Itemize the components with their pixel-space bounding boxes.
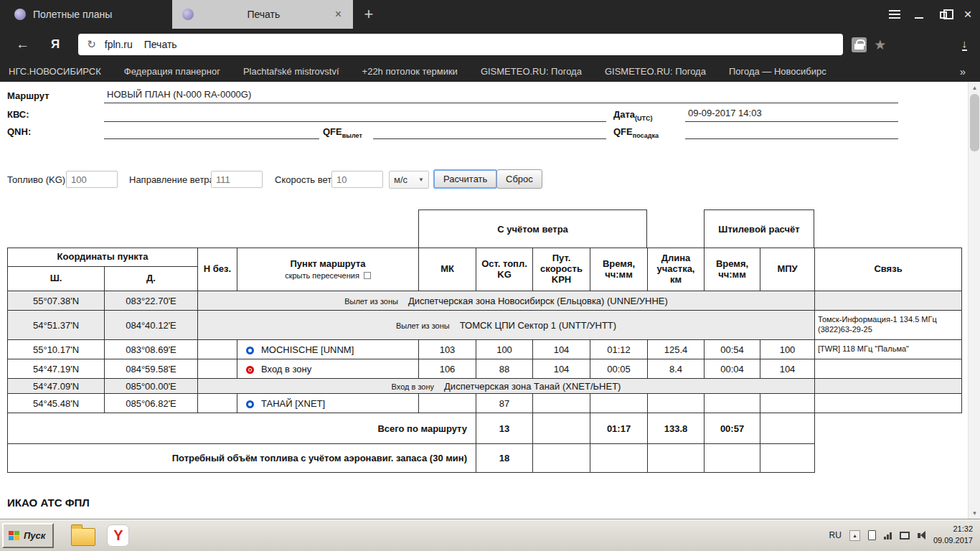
calculate-button[interactable]: Расчитать — [433, 169, 497, 189]
comm-cell: [TWR] 118 МГц "Пальма" — [815, 340, 962, 359]
language-indicator[interactable]: RU — [829, 530, 842, 540]
refresh-icon[interactable]: ↻ — [87, 38, 96, 51]
waypoint-radio-selected-icon[interactable] — [246, 366, 254, 374]
close-window-button[interactable]: × — [956, 0, 980, 29]
col-header-lat: Ш. — [8, 267, 105, 291]
download-icon[interactable]: ↓ — [962, 38, 968, 51]
tab-title: Печать — [201, 9, 326, 20]
lon-cell: 085°06.82'E — [105, 394, 198, 413]
route-table-wrap: С учётом ветра Штилевой расчёт Координат… — [7, 209, 961, 473]
bookmarks-bar: НГС.НОВОСИБИРСК Федерация планерног Plac… — [0, 60, 980, 82]
lon-cell: 084°40.12'E — [105, 311, 198, 340]
route-field[interactable]: НОВЫЙ ПЛАН (N-000 RA-0000G) — [104, 89, 898, 103]
folder-icon[interactable] — [71, 528, 95, 546]
bookmark-item[interactable]: +22h потолок термики — [362, 66, 458, 77]
col-header-fuel: Ост. топл. KG — [476, 248, 533, 291]
wind-unit-select[interactable]: м/с ▼ — [389, 171, 429, 189]
tab-favicon-icon — [14, 9, 26, 20]
minimize-icon — [915, 17, 923, 19]
zone-row: 55°07.38'N 083°22.70'E Вылет из зоныДисп… — [8, 291, 962, 311]
waypoint-cell: Вход в зону — [237, 359, 419, 379]
col-header-comm: Связь — [815, 248, 962, 291]
hide-crossings-checkbox[interactable] — [364, 272, 371, 279]
total-label-cell: Всего по маршруту — [8, 413, 476, 444]
waypoint-radio-icon[interactable] — [246, 347, 254, 354]
tab-close-icon[interactable]: × — [334, 8, 343, 21]
back-button[interactable]: ← — [16, 37, 29, 52]
fuel-cell: 100 — [476, 340, 533, 359]
pic-label: КВС: — [7, 109, 29, 120]
date-field[interactable]: 09-09-2017 14:03 — [685, 108, 898, 122]
total-row: Всего по маршруту 13 01:17 133.8 00:57 — [8, 413, 962, 444]
bookmark-item[interactable]: GISMETEO.RU: Погода — [481, 66, 582, 77]
lat-cell: 54°45.48'N — [8, 394, 105, 413]
vertical-scrollbar[interactable]: ▲ ▼ — [968, 82, 980, 519]
col-header-time-wind: Время, чч:мм — [590, 248, 648, 291]
qnh-label: QNH: — [7, 126, 31, 137]
lon-cell: 084°59.58'E — [105, 359, 198, 379]
fuel-input[interactable] — [66, 171, 118, 188]
mk-cell: 103 — [419, 340, 476, 359]
taskbar-clock[interactable]: 21:32 09.09.2017 — [933, 524, 973, 547]
lat-cell: 54°47.19'N — [8, 359, 105, 379]
tray-expand-icon[interactable]: ▴ — [849, 530, 860, 541]
bookmark-item[interactable]: GISMETEO.RU: Погода — [605, 66, 706, 77]
mpu-cell: 104 — [760, 359, 815, 379]
qfe-departure-field[interactable] — [373, 125, 606, 139]
window-controls: × — [882, 0, 980, 29]
wind-speed-input[interactable] — [331, 171, 383, 188]
clipboard-tray-icon[interactable] — [868, 530, 876, 540]
start-button[interactable]: Пуск — [2, 523, 54, 548]
bookmark-star-icon[interactable]: ★ — [874, 37, 886, 53]
reset-button[interactable]: Сброс — [496, 169, 542, 189]
system-tray: RU ▴ 21:32 09.09.2017 — [829, 524, 980, 547]
pic-field[interactable] — [104, 108, 606, 122]
url-field[interactable]: ↻ fpln.ru Печать — [78, 34, 843, 55]
mpu-cell — [760, 394, 815, 413]
col-header-height: Н без. — [198, 248, 237, 291]
tab-flight-plans[interactable]: Полетные планы — [0, 0, 172, 29]
time-cell — [590, 394, 648, 413]
qfe-arrival-field[interactable] — [685, 125, 898, 139]
restore-button[interactable] — [931, 0, 956, 29]
lock-icon[interactable] — [852, 37, 867, 52]
col-header-leg-length: Длина участка, км — [648, 248, 705, 291]
zone-cell: Вылет из зоныТОМСК ЦПИ Сектор 1 (UNTT/УН… — [198, 311, 815, 340]
new-tab-button[interactable]: + — [353, 0, 385, 29]
scroll-up-icon[interactable]: ▲ — [969, 82, 980, 93]
wind-unit-value: м/с — [394, 174, 407, 185]
qnh-field[interactable] — [104, 125, 319, 139]
browser-menu-button[interactable] — [882, 0, 907, 29]
bookmarks-overflow-button[interactable]: » — [960, 65, 971, 77]
waypoint-cell: ТАНАЙ [XNET] — [237, 394, 419, 413]
required-fuel-cell: 18 — [476, 444, 533, 473]
yandex-button[interactable]: Я — [51, 37, 60, 52]
url-domain: fpln.ru — [105, 39, 133, 50]
bookmark-item[interactable]: Plachtařské mistrovství — [243, 66, 339, 77]
lon-cell: 083°08.69'E — [105, 340, 198, 359]
bookmark-item[interactable]: Погода — Новосибирс — [729, 66, 826, 77]
bookmark-item[interactable]: НГС.НОВОСИБИРСК — [9, 66, 101, 77]
speaker-icon[interactable] — [918, 531, 925, 540]
network-tray-icon[interactable] — [900, 532, 910, 540]
waypoint-row: 55°10.17'N 083°08.69'E MOCHISCHE [UNNM] … — [8, 340, 962, 359]
qfe-arrival-label: QFEпосадка — [613, 126, 659, 139]
col-header-waypoint: Пункт маршрута скрыть пересечения — [237, 248, 419, 291]
col-header-ground-speed: Пут. скорость KPH — [533, 248, 590, 291]
zone-cell: Вылет из зоныДиспетчерская зона Новосиби… — [198, 291, 815, 311]
minimize-button[interactable] — [907, 0, 931, 29]
waypoint-radio-icon[interactable] — [246, 400, 254, 408]
wind-direction-input[interactable] — [211, 171, 263, 188]
bookmark-item[interactable]: Федерация планерног — [124, 66, 220, 77]
icao-section-title: ИКАО АТС ФПЛ — [7, 496, 90, 509]
lat-cell: 54°51.37'N — [8, 311, 105, 340]
tab-print[interactable]: Печать × — [172, 0, 353, 29]
hamburger-icon — [889, 10, 900, 19]
lat-cell: 55°10.17'N — [8, 340, 105, 359]
mk-cell: 106 — [419, 359, 476, 379]
dist-cell: 125.4 — [648, 340, 705, 359]
scrollbar-thumb[interactable] — [970, 94, 979, 151]
yandex-browser-icon[interactable]: Y — [107, 524, 129, 547]
signal-bars-icon[interactable] — [884, 532, 892, 540]
scroll-down-icon[interactable]: ▼ — [969, 507, 980, 519]
